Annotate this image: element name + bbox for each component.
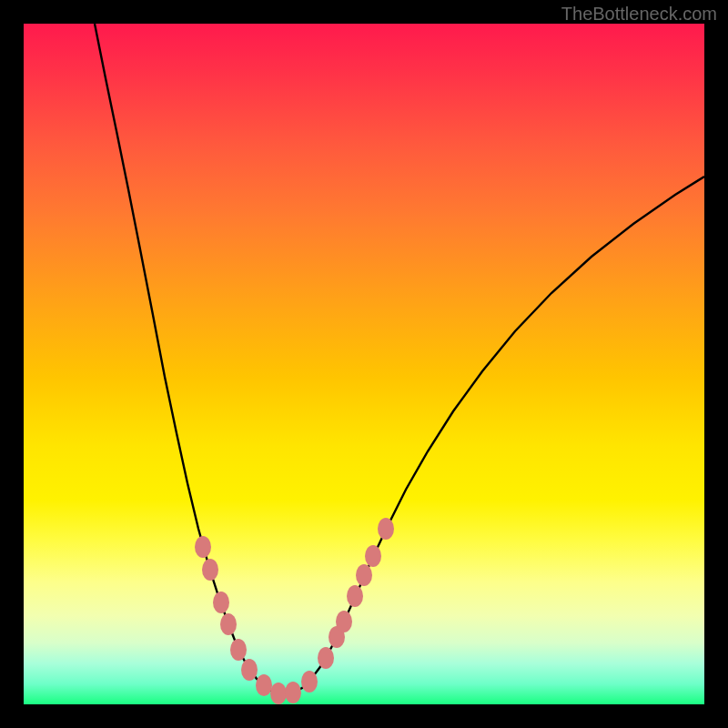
bead xyxy=(270,682,287,704)
bead xyxy=(336,611,352,632)
bead xyxy=(230,639,247,661)
bead xyxy=(220,613,237,635)
bead xyxy=(318,647,334,669)
bead xyxy=(347,585,363,607)
bead xyxy=(195,536,211,558)
watermark-text: TheBottleneck.com xyxy=(561,4,717,25)
bead xyxy=(256,674,272,696)
bead xyxy=(378,518,394,540)
bead xyxy=(213,592,229,613)
bead xyxy=(202,559,218,581)
bead xyxy=(356,564,372,586)
bead xyxy=(241,659,258,681)
bead xyxy=(301,671,318,693)
beads-group xyxy=(195,518,394,704)
bead xyxy=(365,545,381,567)
bead xyxy=(285,682,301,703)
beads-layer xyxy=(24,24,704,704)
